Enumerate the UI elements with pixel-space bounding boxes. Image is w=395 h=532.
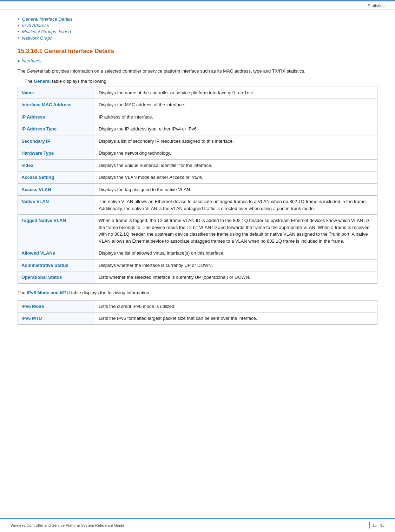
table-cell-desc: Displays the networking technology.	[95, 147, 377, 160]
table-row: Tagged Native VLANWhen a frame is tagged…	[18, 215, 377, 247]
bullet-item-3[interactable]: Multicast Groups Joined	[18, 29, 377, 34]
table-row: Access SettingDisplays the VLAN mode as …	[18, 171, 377, 184]
section-heading: 15.3.16.1 General Interface Details	[18, 48, 377, 55]
bullet-link-4[interactable]: Network Graph	[22, 35, 53, 41]
bullet-link-3[interactable]: Multicast Groups Joined	[22, 29, 71, 34]
table-cell-name: Administrative Status	[18, 259, 95, 271]
table-cell-desc: Displays the list of allowed virtual int…	[95, 247, 377, 260]
table-row: Access VLANDisplays the tag assigned to …	[18, 183, 377, 196]
table-cell-name: Access VLAN	[18, 183, 95, 196]
table-cell-desc: Displays the MAC address of the interfac…	[95, 99, 377, 111]
general-table: NameDisplays the name of the controller …	[18, 87, 377, 284]
table-cell-desc: Displays a list of secondary IP resource…	[95, 135, 377, 147]
table-cell-name: Operational Status	[18, 271, 95, 284]
table-cell-name: Native VLAN	[18, 196, 95, 215]
bullet-item-4[interactable]: Network Graph	[18, 35, 377, 41]
table-row: Allowed VLANsDisplays the list of allowe…	[18, 247, 377, 260]
bullet-link-1[interactable]: General Interface Details	[22, 16, 73, 22]
bullet-item-1[interactable]: General Interface Details	[18, 16, 377, 22]
general-italic: General	[27, 68, 43, 74]
ipv6-intro: The IPv6 Mode and MTU table displays the…	[18, 289, 377, 297]
header-title: Statistics	[368, 4, 384, 8]
table-intro: The General table displays the following…	[25, 79, 377, 84]
table-row: IndexDisplays the unique numerical ident…	[18, 159, 377, 171]
table-row: Operational StatusLists whether the sele…	[18, 271, 377, 284]
table-cell-name: IPv6 Mode	[18, 300, 95, 312]
table-cell-name: Hardware Type	[18, 147, 95, 160]
table-cell-desc: IP address of the interface.	[95, 111, 377, 123]
table-cell-name: Interface MAC Address	[18, 99, 95, 111]
body-text: The General tab provides information on …	[18, 68, 377, 75]
table-cell-name: Secondary IP	[18, 135, 95, 147]
table-cell-desc: The native VLAN allows an Ethernet devic…	[95, 196, 377, 215]
table-cell-name: IP Address Type	[18, 123, 95, 135]
header-bar: Statistics	[0, 1, 395, 9]
table-cell-name: Index	[18, 159, 95, 171]
table-cell-desc: Displays the IP address type, either IPv…	[95, 123, 377, 135]
table-row: NameDisplays the name of the controller …	[18, 87, 377, 99]
table-cell-desc: Lists the IPv6 formatted largest packet …	[95, 312, 377, 325]
general-bold: General	[34, 79, 51, 84]
table-cell-desc: Displays the tag assigned to the native …	[95, 183, 377, 196]
table-row: Administrative StatusDisplays whether th…	[18, 259, 377, 271]
table-cell-name: Name	[18, 87, 95, 99]
table-row: Interface MAC AddressDisplays the MAC ad…	[18, 99, 377, 111]
table-cell-desc: Displays the VLAN mode as either Access …	[95, 171, 377, 184]
table-cell-desc: Displays the name of the controller or s…	[95, 87, 377, 99]
table-row: IP Address TypeDisplays the IP address t…	[18, 123, 377, 135]
table-cell-name: Access Setting	[18, 171, 95, 184]
footer: Wireless Controller and Service Platform…	[0, 518, 395, 532]
footer-left: Wireless Controller and Service Platform…	[11, 523, 124, 527]
table-cell-name: IPv6 MTU	[18, 312, 95, 325]
content: General Interface Details IPv6 Address M…	[0, 9, 395, 351]
interfaces-link-label[interactable]: Interfaces	[21, 58, 41, 63]
footer-page: 15 - 95	[369, 522, 384, 528]
table-cell-desc: Displays the unique numerical identifier…	[95, 159, 377, 171]
ipv6-table: IPv6 ModeLists the current IPv6 mode is …	[18, 300, 377, 325]
table-cell-desc: Lists the current IPv6 mode is utilized.	[95, 300, 377, 312]
table-cell-desc: When a frame is tagged, the 12 bit frame…	[95, 215, 377, 247]
table-row: Secondary IPDisplays a list of secondary…	[18, 135, 377, 147]
table-cell-desc: Lists whether the selected interface is …	[95, 271, 377, 284]
table-row: IPv6 MTULists the IPv6 formatted largest…	[18, 312, 377, 325]
table-cell-name: Tagged Native VLAN	[18, 215, 95, 247]
bullet-item-2[interactable]: IPv6 Address	[18, 23, 377, 28]
bullet-link-2[interactable]: IPv6 Address	[22, 23, 49, 28]
table-cell-desc: Displays whether the interface is curren…	[95, 259, 377, 271]
table-cell-name: Allowed VLANs	[18, 247, 95, 260]
footer-divider	[369, 522, 370, 528]
ipv6-mode-mtu-bold: IPv6 Mode and MTU	[27, 290, 70, 295]
interfaces-link[interactable]: Interfaces	[18, 58, 377, 63]
table-row: Hardware TypeDisplays the networking tec…	[18, 147, 377, 160]
table-row: IPv6 ModeLists the current IPv6 mode is …	[18, 300, 377, 312]
footer-right: 15 - 95	[373, 523, 384, 527]
table-cell-name: IP Address	[18, 111, 95, 123]
table-row: IP AddressIP address of the interface.	[18, 111, 377, 123]
table-row: Native VLANThe native VLAN allows an Eth…	[18, 196, 377, 215]
bullet-list: General Interface Details IPv6 Address M…	[18, 16, 377, 41]
